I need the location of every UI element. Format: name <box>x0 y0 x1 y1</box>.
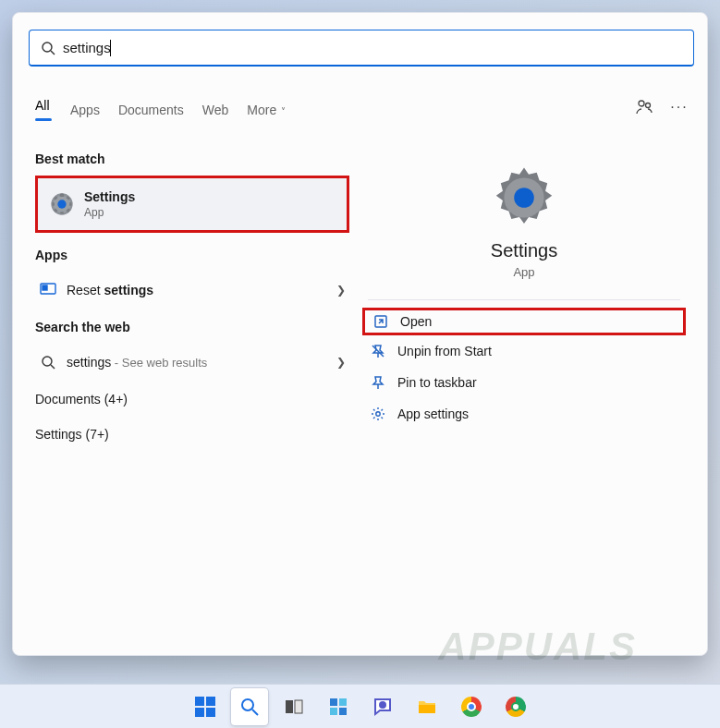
svg-line-17 <box>252 710 258 715</box>
svg-point-6 <box>57 200 66 208</box>
search-input-text: settings <box>63 40 111 55</box>
svg-point-16 <box>242 699 253 710</box>
svg-point-3 <box>646 103 651 108</box>
svg-rect-22 <box>330 708 337 715</box>
svg-point-9 <box>43 357 52 366</box>
preview-sub: App <box>362 265 686 279</box>
more-options-icon[interactable]: ··· <box>670 98 689 116</box>
tab-documents[interactable]: Documents <box>118 97 184 123</box>
search-icon <box>238 696 261 718</box>
action-pin-taskbar[interactable]: Pin to taskbar <box>362 367 686 398</box>
apps-heading: Apps <box>35 248 349 262</box>
tab-more[interactable]: More ˅ <box>247 97 286 123</box>
windows-logo-icon <box>195 697 215 717</box>
web-query: settings <box>67 355 111 370</box>
pin-icon <box>370 374 386 391</box>
svg-rect-23 <box>339 708 347 715</box>
people-icon[interactable] <box>635 98 653 116</box>
svg-point-24 <box>380 702 385 708</box>
best-match-heading: Best match <box>35 152 349 166</box>
chrome-icon <box>461 697 482 717</box>
action-app-settings[interactable]: App settings <box>362 398 686 430</box>
monitor-icon <box>39 281 57 299</box>
svg-rect-8 <box>43 285 47 290</box>
chat-icon <box>372 696 394 718</box>
svg-rect-20 <box>330 698 337 706</box>
open-icon <box>372 313 389 330</box>
chrome-canary-icon <box>506 697 526 717</box>
svg-rect-18 <box>286 700 293 713</box>
gear-icon <box>370 406 386 422</box>
search-icon <box>41 41 55 55</box>
folder-icon <box>416 696 438 718</box>
preview-pane: Settings App Open Unpin from Start Pin t… <box>362 152 686 430</box>
action-unpin-label: Unpin from Start <box>397 344 492 358</box>
reset-text-bold: settings <box>104 283 153 297</box>
svg-rect-19 <box>295 700 302 713</box>
tab-apps[interactable]: Apps <box>70 97 100 123</box>
svg-point-0 <box>43 42 52 52</box>
taskbar-widgets[interactable] <box>320 688 357 725</box>
category-settings[interactable]: Settings (7+) <box>35 427 349 442</box>
preview-title: Settings <box>362 240 686 261</box>
svg-point-2 <box>639 101 644 106</box>
chevron-right-icon: ❯ <box>336 356 346 369</box>
taskbar-chat[interactable] <box>364 688 401 725</box>
taskbar-start[interactable] <box>187 688 224 725</box>
category-documents[interactable]: Documents (4+) <box>35 392 349 406</box>
taskbar <box>0 684 720 728</box>
chevron-right-icon: ❯ <box>336 284 346 297</box>
widgets-icon <box>327 696 349 718</box>
svg-point-15 <box>376 412 380 416</box>
watermark: APPUALS <box>438 625 637 669</box>
divider <box>368 299 680 300</box>
action-unpin-start[interactable]: Unpin from Start <box>362 335 686 367</box>
tab-all[interactable]: All <box>35 92 52 127</box>
search-panel: settings All Apps Documents Web More ˅ ·… <box>12 12 708 656</box>
search-box[interactable]: settings <box>29 30 694 67</box>
result-search-web[interactable]: settings - See web results ❯ <box>35 344 349 381</box>
best-match-settings[interactable]: Settings App <box>35 176 349 233</box>
web-suffix: - See web results <box>111 356 207 370</box>
best-match-sub: App <box>84 206 135 219</box>
action-pin-label: Pin to taskbar <box>397 375 477 390</box>
taskbar-chrome[interactable] <box>453 688 490 725</box>
search-icon <box>39 353 57 371</box>
taskbar-chrome-canary[interactable] <box>497 688 534 725</box>
gear-icon-large <box>491 164 557 231</box>
taskview-icon <box>283 696 305 718</box>
unpin-icon <box>370 343 386 359</box>
taskbar-search[interactable] <box>231 688 268 725</box>
svg-line-10 <box>51 365 55 369</box>
svg-line-1 <box>51 51 55 55</box>
filter-tabs: All Apps Documents Web More ˅ <box>35 92 286 127</box>
tab-web[interactable]: Web <box>202 97 229 123</box>
gear-icon <box>49 191 75 217</box>
svg-point-12 <box>514 188 534 208</box>
action-open[interactable]: Open <box>362 308 686 335</box>
svg-rect-21 <box>339 698 347 706</box>
taskbar-explorer[interactable] <box>409 688 445 725</box>
best-match-title: Settings <box>84 189 135 204</box>
chevron-down-icon: ˅ <box>278 106 286 116</box>
reset-text-pre: Reset <box>67 283 104 297</box>
web-heading: Search the web <box>35 320 349 334</box>
action-open-label: Open <box>400 314 432 329</box>
svg-rect-25 <box>419 705 435 713</box>
result-reset-settings[interactable]: Reset settings ❯ <box>35 272 349 309</box>
action-appsettings-label: App settings <box>397 406 469 421</box>
taskbar-taskview[interactable] <box>275 688 312 725</box>
